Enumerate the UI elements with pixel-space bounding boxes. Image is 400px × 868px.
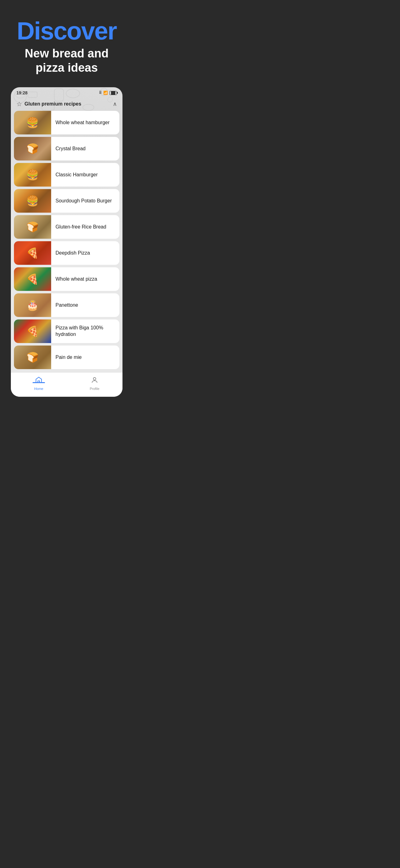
- recipe-emoji-5: 🍞: [14, 215, 51, 239]
- recipe-item-6[interactable]: 🍕Deepdish Pizza: [14, 241, 120, 265]
- recipe-image-5: 🍞: [14, 215, 51, 239]
- discover-title: Discover: [12, 19, 121, 43]
- star-icon: ☆: [16, 100, 22, 108]
- status-time: 19:28: [16, 90, 28, 95]
- recipe-image-10: 🍞: [14, 345, 51, 369]
- recipe-name-2: Crystal Bread: [51, 142, 120, 156]
- subtitle: New bread andpizza ideas: [12, 46, 121, 75]
- content-area: ☆ Gluten premium recipes ∧ 🍔Whole wheat …: [11, 97, 123, 372]
- recipe-image-1: 🍔: [14, 111, 51, 134]
- recipe-item-3[interactable]: 🍔Classic Hamburger: [14, 163, 120, 187]
- recipe-name-4: Sourdough Potato Burger: [51, 194, 120, 208]
- recipe-item-5[interactable]: 🍞Gluten-free Rice Bread: [14, 215, 120, 239]
- recipe-name-5: Gluten-free Rice Bread: [51, 220, 120, 234]
- recipe-image-3: 🍔: [14, 163, 51, 187]
- recipe-emoji-6: 🍕: [14, 241, 51, 265]
- recipe-emoji-8: 🎂: [14, 293, 51, 317]
- recipe-item-10[interactable]: 🍞Pain de mie: [14, 345, 120, 369]
- profile-label: Profile: [90, 387, 99, 391]
- recipe-emoji-7: 🍕: [14, 267, 51, 291]
- status-icons: ⠿ 📶: [99, 91, 117, 95]
- recipe-item-1[interactable]: 🍔Whole wheat hamburger: [14, 111, 120, 134]
- nav-item-home[interactable]: Home: [11, 376, 67, 391]
- recipe-item-9[interactable]: 🍕Pizza with Biga 100% hydration: [14, 319, 120, 343]
- recipe-emoji-4: 🍔: [14, 189, 51, 213]
- section-title: Gluten premium recipes: [25, 101, 81, 107]
- home-label: Home: [34, 387, 43, 391]
- section-header-left: ☆ Gluten premium recipes: [16, 100, 81, 108]
- section-header: ☆ Gluten premium recipes ∧: [14, 97, 120, 111]
- recipe-emoji-1: 🍔: [14, 111, 51, 134]
- home-icon: [35, 376, 42, 385]
- recipe-name-3: Classic Hamburger: [51, 168, 120, 182]
- wifi-icon: 📶: [103, 91, 108, 95]
- recipe-name-9: Pizza with Biga 100% hydration: [51, 321, 120, 341]
- recipe-list: 🍔Whole wheat hamburger🍞Crystal Bread🍔Cla…: [14, 111, 120, 369]
- recipe-name-1: Whole wheat hamburger: [51, 116, 120, 130]
- svg-point-9: [93, 377, 96, 380]
- status-bar: 19:28 ⠿ 📶: [11, 87, 123, 97]
- recipe-emoji-2: 🍞: [14, 137, 51, 160]
- header-section: Discover New bread andpizza ideas: [0, 0, 133, 84]
- recipe-name-7: Whole wheat pizza: [51, 272, 120, 286]
- recipe-emoji-10: 🍞: [14, 345, 51, 369]
- recipe-name-6: Deepdish Pizza: [51, 246, 120, 260]
- recipe-item-2[interactable]: 🍞Crystal Bread: [14, 137, 120, 160]
- recipe-item-7[interactable]: 🍕Whole wheat pizza: [14, 267, 120, 291]
- recipe-image-4: 🍔: [14, 189, 51, 213]
- nav-indicator: [33, 382, 45, 383]
- recipe-image-6: 🍕: [14, 241, 51, 265]
- recipe-name-10: Pain de mie: [51, 350, 120, 365]
- bottom-nav: Home Profile: [11, 372, 123, 397]
- recipe-item-8[interactable]: 🎂Panettone: [14, 293, 120, 317]
- recipe-image-7: 🍕: [14, 267, 51, 291]
- recipe-image-9: 🍕: [14, 319, 51, 343]
- battery-icon: [109, 91, 117, 95]
- nav-item-profile[interactable]: Profile: [67, 376, 123, 391]
- recipe-emoji-9: 🍕: [14, 319, 51, 343]
- profile-icon: [91, 376, 98, 385]
- chevron-up-icon[interactable]: ∧: [113, 101, 117, 107]
- recipe-item-4[interactable]: 🍔Sourdough Potato Burger: [14, 189, 120, 213]
- recipe-emoji-3: 🍔: [14, 163, 51, 187]
- phone-card: 19:28 ⠿ 📶 ☆ Gluten premium recipes ∧ 🍔Wh…: [11, 87, 123, 397]
- recipe-image-8: 🎂: [14, 293, 51, 317]
- recipe-name-8: Panettone: [51, 298, 120, 312]
- recipe-image-2: 🍞: [14, 137, 51, 160]
- signal-icon: ⠿: [99, 91, 102, 95]
